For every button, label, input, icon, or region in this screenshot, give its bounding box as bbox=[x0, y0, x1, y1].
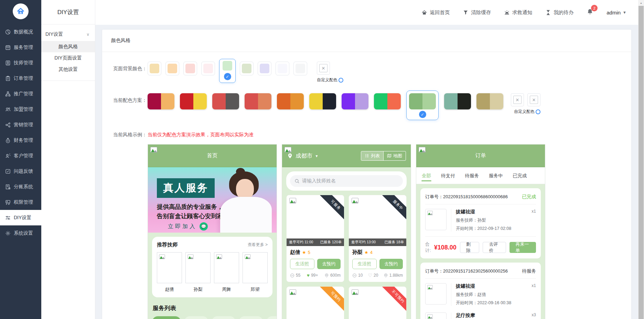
pill-cat2[interactable]: 分类二 bbox=[212, 316, 236, 319]
banner-model-photo bbox=[236, 179, 254, 200]
scheme-1[interactable] bbox=[180, 93, 207, 109]
tab-pending-pay[interactable]: 待支付 bbox=[441, 167, 455, 184]
nav-back-home[interactable]: 返回首页 bbox=[421, 9, 450, 16]
bg-swatch-0[interactable] bbox=[148, 62, 161, 75]
scheme-color-left bbox=[342, 93, 355, 109]
sidebar-item-feedback[interactable]: 问题反馈 bbox=[0, 163, 41, 179]
scheme-0[interactable] bbox=[148, 93, 174, 109]
sidebar-item-data-overview[interactable]: 数据概况 bbox=[0, 24, 41, 40]
bg-custom-color-box[interactable]: ✕ bbox=[317, 62, 330, 75]
tech-card-4[interactable]: 不可预约 bbox=[348, 286, 407, 319]
tech-card-1[interactable]: 可服务 最早可约 11:00 已服务 120单 赵倩 ★ 5 bbox=[286, 195, 344, 282]
review-button[interactable]: 去评价 bbox=[483, 242, 506, 253]
pill-cat1[interactable]: 分类一 bbox=[184, 316, 208, 319]
bg-swatch-8[interactable] bbox=[293, 62, 307, 75]
color-picker-ring[interactable] bbox=[536, 109, 540, 114]
app-logo[interactable] bbox=[13, 3, 29, 19]
sidebar-item-diy-settings[interactable]: DIY设置 bbox=[0, 210, 41, 225]
submenu-item-color-style[interactable]: 颜色风格 bbox=[41, 41, 95, 52]
life-photo-button[interactable]: 生活照 bbox=[290, 259, 314, 269]
pill-cat4[interactable]: 分类四 bbox=[266, 316, 277, 319]
page-scrollbar[interactable]: ▲ bbox=[638, 0, 644, 319]
sidebar-item-split-account[interactable]: 分账系统 bbox=[0, 179, 41, 194]
sidebar-item-finance-mgmt[interactable]: 财务管理 bbox=[0, 132, 41, 148]
banner-model-photo bbox=[236, 168, 245, 176]
bg-swatch-2[interactable] bbox=[183, 62, 197, 75]
nav-sos-notice[interactable]: 求救通知 bbox=[504, 9, 532, 16]
delete-button[interactable]: 删除 bbox=[460, 242, 480, 253]
scroll-up-button[interactable]: ▲ bbox=[638, 0, 644, 6]
user-menu[interactable]: admin ▼ bbox=[607, 10, 626, 15]
sidebar-item-service-mgmt[interactable]: 服务管理 bbox=[0, 40, 41, 55]
x-icon: ✕ bbox=[513, 96, 522, 104]
scheme-10[interactable] bbox=[476, 93, 503, 109]
preview-list-card: 成都市 ▼ 列表 地图 bbox=[282, 144, 411, 319]
toggle-list-view[interactable]: 列表 bbox=[361, 151, 383, 160]
toggle-map-view[interactable]: 地图 bbox=[383, 151, 406, 160]
tech-card-2[interactable]: 服务中 最早可约 13:00 已服务 18单 孙梨 ★ 4 bbox=[348, 195, 407, 282]
scheme-9[interactable] bbox=[444, 93, 471, 109]
book-button[interactable]: 去预约 bbox=[379, 259, 403, 269]
bg-swatch-3[interactable] bbox=[201, 62, 215, 75]
bg-swatch-7[interactable] bbox=[276, 62, 289, 75]
scheme-8-selected[interactable]: ✓ bbox=[406, 91, 439, 120]
sidebar-item-customer-mgmt[interactable]: 客户管理 bbox=[0, 148, 41, 163]
sidebar-item-promotion-mgmt[interactable]: 推广管理 bbox=[0, 86, 41, 102]
tech-search-input[interactable]: 请输入技师姓名 bbox=[290, 175, 403, 187]
life-photo-button[interactable]: 生活照 bbox=[352, 259, 377, 269]
tech-cell[interactable]: 赵倩 bbox=[157, 252, 182, 293]
nav-clear-cache[interactable]: 清除缓存 bbox=[463, 9, 491, 16]
bg-swatch-1[interactable] bbox=[165, 62, 179, 75]
chat-bubble-icon: 💬 bbox=[200, 222, 208, 231]
sidebar-item-system-settings[interactable]: 系统设置 bbox=[0, 225, 41, 241]
pill-cat3[interactable]: 分类三 bbox=[239, 316, 263, 319]
scrollbar-thumb[interactable] bbox=[638, 6, 644, 319]
scheme-custom-color-2[interactable]: ✕ bbox=[527, 93, 540, 106]
distance-pin-icon bbox=[324, 273, 329, 278]
order-card-1: 订单号：20220915181500068600000686 已完成 拔罐祛湿 … bbox=[420, 188, 541, 258]
tech-card-3[interactable]: 可预约 bbox=[286, 286, 344, 319]
sidebar-item-order-mgmt[interactable]: 订单管理 bbox=[0, 71, 41, 86]
tab-in-service[interactable]: 服务中 bbox=[489, 167, 503, 184]
reorder-button[interactable]: 再来一单 bbox=[509, 242, 536, 253]
scheme-7[interactable] bbox=[374, 93, 401, 109]
tech-cell[interactable]: 郑望 bbox=[243, 252, 268, 293]
notification-bell[interactable]: 2 bbox=[587, 8, 593, 17]
nav-my-todo[interactable]: 我的待办 bbox=[545, 9, 573, 16]
swatch-color bbox=[150, 64, 159, 73]
sidebar-item-marketing-mgmt[interactable]: 营销管理 bbox=[0, 117, 41, 132]
scheme-2[interactable] bbox=[212, 93, 239, 109]
scheme-4[interactable] bbox=[277, 93, 304, 109]
tab-pending-service[interactable]: 待服务 bbox=[465, 167, 480, 184]
broken-image-icon bbox=[150, 147, 157, 152]
book-button[interactable]: 去预约 bbox=[317, 259, 341, 269]
scheme-5[interactable] bbox=[309, 93, 336, 109]
scheme-6[interactable] bbox=[342, 93, 368, 109]
scheme-color-right bbox=[226, 93, 239, 109]
sidebar-item-franchise-mgmt[interactable]: 加盟管理 bbox=[0, 102, 41, 117]
bg-swatch-6[interactable] bbox=[258, 62, 271, 75]
sidebar-item-permission-mgmt[interactable]: 权限管理 bbox=[0, 194, 41, 210]
city-selector[interactable]: 成都市 bbox=[296, 152, 313, 160]
scheme-3[interactable] bbox=[245, 93, 271, 109]
sidebar-item-label: 权限管理 bbox=[14, 199, 33, 205]
bg-swatch-4-selected[interactable]: ✓ bbox=[219, 59, 236, 83]
see-more-link[interactable]: 查看更多 > bbox=[248, 242, 268, 248]
tech-cell[interactable]: 孙梨 bbox=[185, 252, 211, 293]
status-ribbon: 可预约 bbox=[319, 286, 344, 313]
submenu-item-diy-page[interactable]: DIY页面设置 bbox=[41, 52, 95, 64]
scheme-custom-color-1[interactable]: ✕ bbox=[511, 93, 524, 106]
tech-cell[interactable]: 周舞 bbox=[214, 252, 239, 293]
check-icon: ✓ bbox=[419, 111, 426, 118]
pill-all[interactable]: 全部分类 bbox=[152, 316, 181, 319]
color-picker-ring[interactable] bbox=[339, 78, 343, 83]
service-name: 拔罐祛湿 bbox=[456, 283, 475, 289]
sidebar-item-technician-mgmt[interactable]: 技师管理 bbox=[0, 55, 41, 71]
bg-swatch-5[interactable] bbox=[240, 62, 254, 75]
submenu-group[interactable]: DIY设置 ∨ bbox=[41, 24, 95, 41]
clipboard-icon bbox=[5, 76, 11, 81]
tab-completed[interactable]: 已完成 bbox=[513, 167, 527, 184]
submenu-item-other[interactable]: 其他设置 bbox=[41, 64, 95, 75]
tab-all[interactable]: 全部 bbox=[421, 167, 431, 184]
total-label: 合计: bbox=[425, 241, 433, 254]
